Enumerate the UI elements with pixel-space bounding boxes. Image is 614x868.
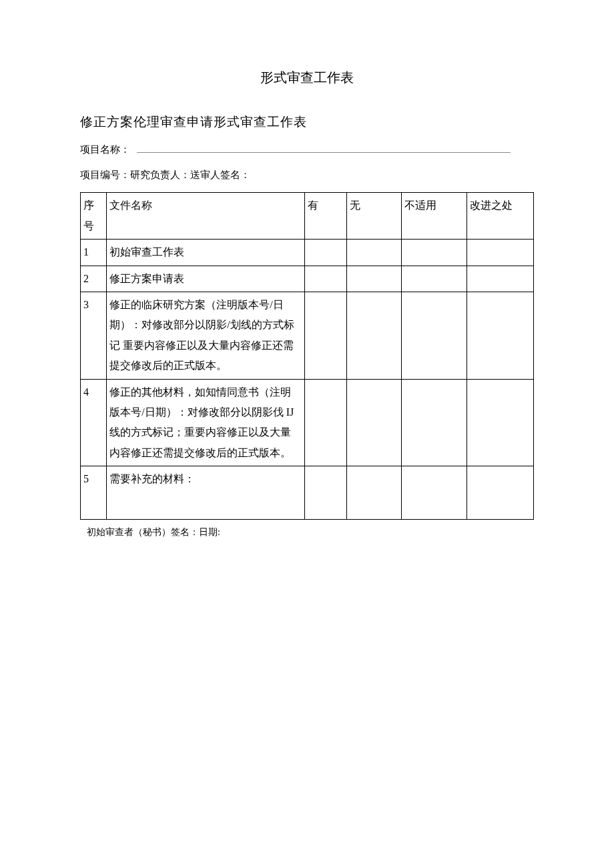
cell-no [346, 240, 401, 266]
cell-improve [467, 292, 533, 379]
footer-signature-line: 初始审查者（秘书）签名：日期: [87, 525, 534, 540]
table-row: 2 修正方案申请表 [81, 266, 534, 292]
cell-improve [467, 466, 533, 520]
header-na: 不适用 [401, 193, 467, 240]
cell-improve [467, 266, 533, 292]
cell-yes [304, 379, 346, 466]
cell-yes [304, 292, 346, 379]
cell-seq: 1 [81, 240, 107, 266]
project-name-line: 项目名称： [80, 141, 534, 157]
cell-na [401, 266, 467, 292]
header-yes: 有 [304, 193, 346, 240]
cell-yes [304, 466, 346, 520]
table-row: 4 修正的其他材料，如知情同意书（注明版本号/日期）：对修改部分以阴影伐 IJ … [81, 379, 534, 466]
review-table: 序号 文件名称 有 无 不适用 改进之处 1 初始审查工作表 2 修正方案申请表… [80, 192, 534, 520]
cell-no [346, 466, 401, 520]
table-row: 1 初始审查工作表 [81, 240, 534, 266]
cell-seq: 3 [81, 292, 107, 379]
table-header-row: 序号 文件名称 有 无 不适用 改进之处 [81, 193, 534, 240]
cell-seq: 5 [81, 466, 107, 520]
page-title: 形式审查工作表 [80, 67, 534, 88]
cell-na [401, 466, 467, 520]
cell-name: 修正方案申请表 [107, 266, 304, 292]
project-info-line: 项目编号：研究负责人：送审人签名： [80, 167, 534, 183]
cell-na [401, 379, 467, 466]
section-title: 修正方案伦理审查申请形式审查工作表 [80, 112, 534, 132]
project-name-label: 项目名称： [80, 144, 130, 155]
cell-no [346, 266, 401, 292]
header-seq: 序号 [81, 193, 107, 240]
cell-name: 修正的其他材料，如知情同意书（注明版本号/日期）：对修改部分以阴影伐 IJ 线的… [107, 379, 304, 466]
cell-yes [304, 266, 346, 292]
cell-improve [467, 379, 533, 466]
cell-name: 需要补充的材料： [107, 466, 304, 520]
cell-improve [467, 240, 533, 266]
header-filename: 文件名称 [107, 193, 304, 240]
cell-na [401, 240, 467, 266]
cell-name: 初始审查工作表 [107, 240, 304, 266]
cell-no [346, 292, 401, 379]
cell-name: 修正的临床研究方案（注明版本号/日期）：对修改部分以阴影/划线的方式标记 重要内… [107, 292, 304, 379]
cell-yes [304, 240, 346, 266]
header-no: 无 [346, 193, 401, 240]
table-row: 3 修正的临床研究方案（注明版本号/日期）：对修改部分以阴影/划线的方式标记 重… [81, 292, 534, 379]
cell-seq: 4 [81, 379, 107, 466]
cell-seq: 2 [81, 266, 107, 292]
project-name-blank [137, 143, 511, 153]
cell-na [401, 292, 467, 379]
cell-no [346, 379, 401, 466]
table-row: 5 需要补充的材料： [81, 466, 534, 520]
header-improve: 改进之处 [467, 193, 533, 240]
